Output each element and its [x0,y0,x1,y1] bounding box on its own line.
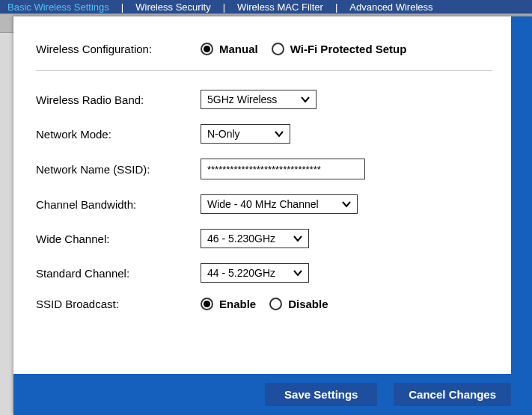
radio-band-label: Wireless Radio Band: [36,93,201,106]
network-mode-value: N-Only [207,128,240,140]
radio-band-select[interactable]: 5GHz Wireless [201,90,317,109]
standard-channel-select[interactable]: 44 - 5.220GHz [201,263,309,283]
ssid-broadcast-label: SSID Broadcast: [36,298,201,310]
standard-channel-label: Standard Channel: [36,267,201,280]
radio-wps[interactable]: Wi-Fi Protected Setup [272,43,407,55]
radio-wps-label: Wi-Fi Protected Setup [290,43,407,55]
radio-enable-label: Enable [219,298,256,310]
bandwidth-label: Channel Bandwidth: [36,198,201,211]
radio-disable-label: Disable [288,298,328,310]
radio-icon [269,298,282,310]
tab-mac-filter[interactable]: Wireless MAC Filter [230,1,331,13]
network-mode-label: Network Mode: [36,128,201,141]
chevron-down-icon [293,235,302,242]
chevron-down-icon [275,130,284,138]
radio-icon [201,43,213,55]
wide-channel-value: 46 - 5.230GHz [207,233,275,245]
bandwidth-value: Wide - 40 MHz Channel [207,198,319,210]
tab-separator: | [218,1,230,13]
tab-bar: Basic Wireless Settings | Wireless Secur… [0,0,532,13]
chevron-down-icon [293,269,302,277]
radio-disable[interactable]: Disable [269,298,328,310]
chevron-down-icon [301,96,310,103]
tab-separator: | [117,1,128,13]
radio-icon [272,43,284,55]
cancel-button[interactable]: Cancel Changes [394,383,511,406]
wireless-config-radio-group: Manual Wi-Fi Protected Setup [201,43,406,55]
wireless-config-label: Wireless Configuration: [36,43,201,55]
save-button[interactable]: Save Settings [265,383,377,406]
tab-basic-wireless[interactable]: Basic Wireless Settings [0,1,117,13]
radio-manual-label: Manual [219,43,258,55]
network-mode-select[interactable]: N-Only [201,124,290,144]
standard-channel-value: 44 - 5.220GHz [207,267,275,279]
tab-wireless-security[interactable]: Wireless Security [128,1,218,13]
radio-enable[interactable]: Enable [201,298,256,310]
wide-channel-label: Wide Channel: [36,233,201,245]
radio-icon [201,298,213,310]
ssid-input[interactable] [201,159,365,179]
radio-manual[interactable]: Manual [201,43,258,55]
bottom-bar: Save Settings Cancel Changes [13,374,532,415]
tab-separator: | [331,1,342,13]
tab-advanced-wireless[interactable]: Advanced Wireless [342,1,440,13]
wide-channel-select[interactable]: 46 - 5.230GHz [201,229,309,248]
ssid-label: Network Name (SSID): [36,163,201,176]
bandwidth-select[interactable]: Wide - 40 MHz Channel [201,194,358,214]
radio-band-value: 5GHz Wireless [207,93,277,105]
chevron-down-icon [342,200,351,208]
ssid-broadcast-radio-group: Enable Disable [201,298,328,310]
divider [36,70,492,71]
settings-panel: Wireless Configuration: Manual Wi-Fi Pro… [13,16,511,374]
content-outer: Wireless Configuration: Manual Wi-Fi Pro… [13,16,532,415]
